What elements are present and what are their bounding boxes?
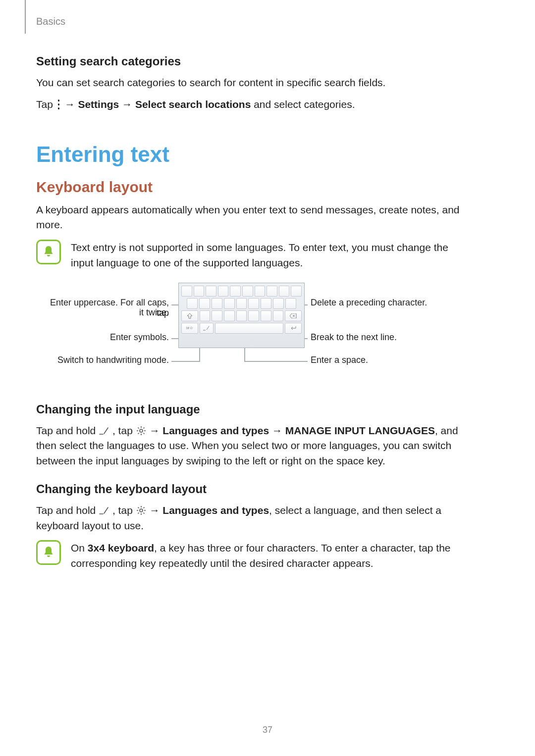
handwriting-mode-icon: [99, 505, 109, 516]
callout-caps-2: it twice.: [35, 307, 169, 318]
breadcrumb: Basics: [36, 16, 65, 27]
text: , tap: [112, 504, 136, 516]
callout-newline: Break to the next line.: [311, 332, 459, 343]
text: →: [269, 425, 285, 436]
text: Tap and hold: [36, 504, 99, 516]
select-locations-label: Select search locations: [135, 99, 251, 110]
svg-point-1: [140, 509, 143, 512]
heading-change-lang: Changing the input language: [36, 403, 472, 416]
text: and select categories.: [251, 99, 355, 110]
note-text-2: On 3x4 keyboard, a key has three or four…: [71, 540, 472, 571]
text: →: [150, 504, 163, 516]
para-keyboard-auto: A keyboard appears automatically when yo…: [36, 202, 472, 233]
delete-key-icon: [285, 310, 302, 321]
manage-input-languages-label: MANAGE INPUT LANGUAGES: [285, 425, 435, 436]
note-box-1: Text entry is not supported in some lang…: [36, 240, 472, 271]
space-key: [215, 323, 283, 334]
heading-setting-search: Setting search categories: [36, 54, 472, 68]
settings-label: Settings: [78, 99, 119, 110]
note-bell-icon: [36, 240, 61, 264]
gear-icon: [136, 505, 147, 516]
languages-types-label: Languages and types: [162, 504, 269, 516]
note-box-2: On 3x4 keyboard, a key has three or four…: [36, 540, 472, 571]
page-content: Setting search categories You can set se…: [36, 54, 472, 580]
para-search-desc: You can set search categories to search …: [36, 75, 472, 90]
text: →: [150, 425, 163, 436]
gear-icon: [136, 425, 147, 436]
enter-key-icon: [285, 323, 302, 334]
heading-keyboard-layout: Keyboard layout: [36, 179, 472, 196]
note-bell-icon: [36, 540, 61, 565]
3x4-keyboard-label: 3x4 keyboard: [88, 542, 154, 554]
text: →: [62, 99, 78, 110]
callout-symbols: Enter symbols.: [35, 332, 169, 343]
callout-handwriting: Switch to handwriting mode.: [35, 355, 169, 365]
handwriting-mode-icon: [99, 425, 109, 436]
keyboard-diagram: Enter uppercase. For all caps, tap it tw…: [36, 280, 472, 389]
page-number: 37: [0, 725, 535, 735]
keyboard-illustration: !#☺: [178, 283, 305, 348]
handwriting-key-icon: [200, 323, 214, 334]
text: On: [71, 542, 88, 554]
symbols-key-icon: !#☺: [181, 323, 198, 334]
heading-change-kb-layout: Changing the keyboard layout: [36, 482, 472, 496]
more-options-icon: [57, 100, 61, 109]
para-search-steps: Tap → Settings → Select search locations…: [36, 97, 472, 112]
languages-types-label: Languages and types: [162, 425, 269, 436]
para-change-kb-layout: Tap and hold , tap → Languages and types…: [36, 503, 472, 533]
text: →: [119, 99, 135, 110]
para-change-lang: Tap and hold , tap → Languages and types…: [36, 423, 472, 468]
callout-delete: Delete a preceding character.: [311, 298, 459, 308]
note-text-1: Text entry is not supported in some lang…: [71, 240, 472, 271]
text: Tap: [36, 99, 56, 110]
svg-point-0: [140, 429, 143, 432]
text: , tap: [112, 425, 136, 436]
page-accent-bar: [25, 0, 26, 34]
shift-key-icon: [181, 310, 198, 321]
heading-entering-text: Entering text: [36, 142, 472, 167]
text: Tap and hold: [36, 425, 99, 436]
callout-space: Enter a space.: [311, 355, 459, 365]
